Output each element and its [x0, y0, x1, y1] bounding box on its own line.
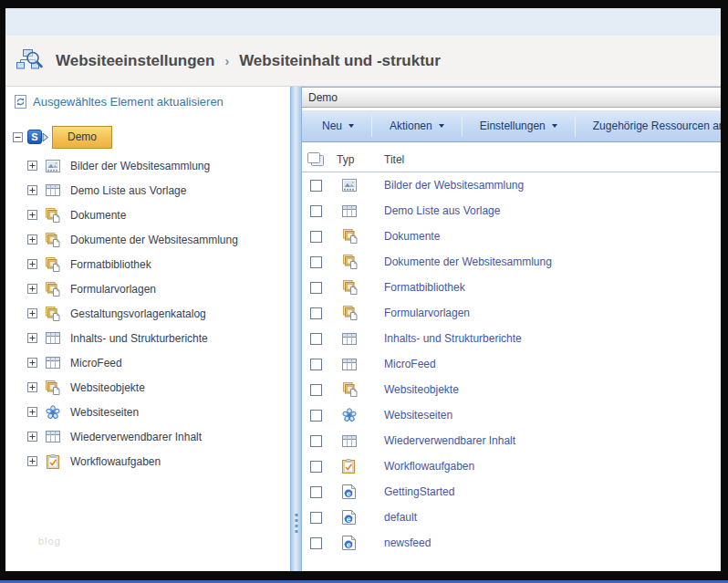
row-title-link[interactable]: Formatbibliothek	[384, 281, 465, 294]
expand-plus-icon[interactable]	[27, 234, 37, 245]
expand-plus-icon[interactable]	[27, 333, 37, 343]
expand-plus-icon[interactable]	[27, 161, 37, 171]
svg-text:S: S	[31, 131, 37, 142]
row-title-link[interactable]: Websiteseiten	[384, 409, 452, 422]
document-library-icon	[44, 208, 61, 223]
tree-item-label[interactable]: Formularvorlagen	[70, 283, 156, 296]
row-title-link[interactable]: GettingStarted	[384, 485, 454, 498]
tree-item[interactable]: Formatbibliothek	[5, 252, 290, 276]
collapse-minus-icon[interactable]	[13, 132, 23, 142]
row-title-link[interactable]: Inhalts- und Strukturberichte	[384, 332, 522, 345]
row-checkbox[interactable]	[310, 435, 322, 447]
tree-item[interactable]: Workflowaufgaben	[5, 449, 290, 474]
expand-plus-icon[interactable]	[27, 259, 37, 269]
expand-plus-icon[interactable]	[27, 456, 37, 466]
row-checkbox[interactable]	[310, 537, 322, 549]
column-header-typ[interactable]: Typ	[333, 153, 384, 166]
watermark: blog	[38, 536, 61, 547]
tree-item[interactable]: Dokumente der Websitesammlung	[5, 227, 290, 252]
expand-plus-icon[interactable]	[27, 210, 37, 220]
svg-text:e: e	[347, 515, 351, 524]
tree-item[interactable]: Gestaltungsvorlagenkatalog	[5, 301, 290, 326]
tree-item[interactable]: MicroFeed	[5, 350, 290, 375]
show-related-resources-button[interactable]: Zugehörige Ressourcen anzeigen	[588, 116, 721, 136]
expand-plus-icon[interactable]	[27, 185, 37, 195]
document-library-icon	[333, 280, 384, 295]
row-title-link[interactable]: Dokumente der Websitesammlung	[384, 255, 552, 268]
tree-item-label[interactable]: Inhalts- und Strukturberichte	[70, 332, 208, 345]
tree-item[interactable]: Bilder der Websitesammlung	[5, 153, 290, 178]
row-checkbox[interactable]	[310, 512, 322, 524]
list-icon	[333, 359, 384, 370]
expand-plus-icon[interactable]	[27, 382, 37, 392]
row-title-link[interactable]: Formularvorlagen	[384, 307, 470, 319]
expand-plus-icon[interactable]	[27, 358, 37, 368]
document-library-icon	[333, 306, 384, 320]
tree-item-label[interactable]: Formatbibliothek	[70, 258, 151, 271]
tree-item[interactable]: Inhalts- und Strukturberichte	[5, 326, 290, 350]
tree-item-label[interactable]: Dokumente der Websitesammlung	[70, 234, 238, 246]
tree-item[interactable]: Wiederverwendbarer Inhalt	[5, 424, 290, 449]
app-window: Websiteeinstellungen › Websiteinhalt und…	[5, 8, 721, 571]
tree-item[interactable]: Websiteseiten	[5, 400, 290, 424]
actions-menu-button[interactable]: Aktionen	[384, 116, 450, 136]
row-checkbox[interactable]	[310, 359, 322, 370]
document-library-icon	[333, 229, 384, 244]
tree-item[interactable]: Formularvorlagen	[5, 276, 290, 301]
tree-item-label[interactable]: Gestaltungsvorlagenkatalog	[70, 307, 206, 320]
refresh-selected-label[interactable]: Ausgewähltes Element aktualisieren	[33, 95, 224, 109]
svg-text:e: e	[347, 489, 351, 498]
expand-plus-icon[interactable]	[27, 432, 37, 442]
tree-item[interactable]: Websiteobjekte	[5, 375, 290, 400]
tree-item[interactable]: Demo Liste aus Vorlage	[5, 178, 290, 203]
row-checkbox[interactable]	[310, 205, 322, 217]
column-header-titel[interactable]: Titel	[384, 153, 721, 166]
expand-plus-icon[interactable]	[27, 308, 37, 318]
row-title-link[interactable]: Wiederverwendbarer Inhalt	[384, 434, 515, 447]
row-checkbox[interactable]	[310, 333, 322, 345]
row-checkbox[interactable]	[310, 282, 322, 294]
tree-item-label[interactable]: MicroFeed	[70, 357, 122, 370]
refresh-selected-link[interactable]: Ausgewähltes Element aktualisieren	[5, 95, 290, 109]
row-checkbox[interactable]	[310, 461, 322, 473]
tree-root-demo[interactable]: S Demo	[5, 124, 290, 150]
row-checkbox[interactable]	[310, 410, 322, 422]
tree-item-label[interactable]: Websiteobjekte	[70, 381, 145, 394]
row-checkbox[interactable]	[310, 231, 322, 243]
expand-plus-icon[interactable]	[27, 284, 37, 294]
row-title-link[interactable]: Dokumente	[384, 230, 440, 243]
tree-item-label[interactable]: Wiederverwendbarer Inhalt	[70, 431, 202, 443]
tree-root-label-selected[interactable]: Demo	[52, 126, 112, 149]
row-title-link[interactable]: default	[384, 511, 417, 524]
splitter-grip-icon[interactable]	[295, 514, 297, 533]
row-title-link[interactable]: newsfeed	[384, 536, 431, 549]
new-menu-button[interactable]: Neu	[317, 116, 359, 136]
tree-item-label[interactable]: Bilder der Websitesammlung	[70, 160, 210, 172]
expand-plus-icon[interactable]	[27, 407, 37, 417]
row-checkbox[interactable]	[310, 486, 322, 498]
picture-library-icon	[333, 179, 384, 192]
row-checkbox[interactable]	[310, 256, 322, 268]
row-checkbox[interactable]	[310, 180, 322, 192]
tree-item-label[interactable]: Dokumente	[70, 209, 126, 222]
row-title-link[interactable]: Websiteobjekte	[384, 383, 459, 396]
row-title-link[interactable]: Bilder der Websitesammlung	[384, 179, 524, 192]
tree-item[interactable]: Dokumente	[5, 203, 290, 227]
table-row: Dokumente der Websitesammlung	[302, 249, 721, 275]
select-all-icon[interactable]	[302, 152, 333, 167]
row-checkbox[interactable]	[310, 307, 322, 319]
row-checkbox[interactable]	[310, 384, 322, 396]
panel-splitter[interactable]	[290, 87, 302, 571]
row-title-link[interactable]: Demo Liste aus Vorlage	[384, 204, 500, 217]
row-title-link[interactable]: MicroFeed	[384, 358, 436, 370]
tree-item-label[interactable]: Demo Liste aus Vorlage	[70, 184, 186, 197]
content-panel: Demo Neu Aktionen Einstellungen	[302, 87, 721, 571]
tree-item-label[interactable]: Websiteseiten	[70, 406, 139, 419]
row-title-link[interactable]: Workflowaufgaben	[384, 460, 474, 473]
web-page-icon: e	[333, 536, 384, 550]
tree-item-label[interactable]: Workflowaufgaben	[70, 455, 161, 468]
settings-menu-button[interactable]: Einstellungen	[474, 116, 563, 136]
toolbar-separator	[575, 116, 576, 137]
table-body: Bilder der Websitesammlung Demo Liste au…	[302, 172, 721, 571]
breadcrumb-root-link[interactable]: Websiteeinstellungen	[56, 52, 214, 70]
